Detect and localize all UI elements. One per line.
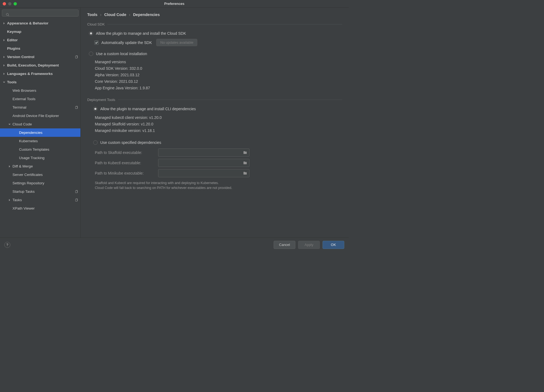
tree-item-languages-frameworks[interactable]: Languages & Frameworks [0,69,80,78]
tree-item-xpath-viewer[interactable]: XPath Viewer [0,204,80,213]
checkbox-auto-update[interactable]: Automatically update the SDK [94,40,152,45]
field-label: Path to Minikube executable: [95,171,153,175]
radio-custom-cli[interactable]: Use custom specified dependencies [93,139,342,146]
chevron-right-icon [3,22,5,25]
tree-item-dependencies[interactable]: Dependencies [0,128,80,137]
tree-item-editor[interactable]: Editor [0,36,80,44]
tree-item-external-tools[interactable]: External Tools [0,95,80,103]
chevron-right-icon: › [100,12,102,17]
chevron-right-icon [3,72,5,75]
tree-item-build-execution-deployment[interactable]: Build, Execution, Deployment [0,61,80,69]
radio-icon[interactable] [89,31,93,36]
breadcrumb: Tools › Cloud Code › Dependencies [87,12,342,17]
path-field-row: Path to Kubectl executable: [95,159,342,167]
tree-item-terminal[interactable]: Terminal [0,103,80,112]
field-label: Path to Skaffold executable: [95,150,153,155]
preferences-tree: Appearance & BehaviorKeymapEditorPlugins… [0,18,80,238]
hint-text: Skaffold and Kubectl are required for in… [95,181,342,190]
tree-item-server-certificates[interactable]: Server Certificates [0,170,80,179]
tree-item-diff-merge[interactable]: Diff & Merge [0,162,80,170]
version-line: Managed kubectl client version: v1.20.0 [95,114,342,121]
tree-item-version-control[interactable]: Version Control [0,53,80,61]
copy-icon [74,198,78,202]
group-title: Cloud SDK [87,22,105,26]
tree-item-cloud-code[interactable]: Cloud Code [0,120,80,128]
version-line: Managed Skaffold version: v1.20.0 [95,121,342,127]
help-button[interactable]: ? [4,242,10,248]
search-input[interactable] [2,10,79,17]
tree-item-label: Languages & Frameworks [7,72,78,76]
tree-item-startup-tasks[interactable]: Startup Tasks [0,187,80,196]
group-header-deployment-tools: Deployment Tools [87,98,342,102]
folder-icon[interactable] [243,150,247,155]
tree-item-kubernetes[interactable]: Kubernetes [0,137,80,145]
tree-item-label: Build, Execution, Deployment [7,63,78,67]
radio-icon[interactable] [89,52,93,56]
tree-item-appearance-behavior[interactable]: Appearance & Behavior [0,19,80,27]
chevron-right-icon: › [129,12,130,17]
radio-icon[interactable] [93,107,98,111]
preferences-sidebar: Appearance & BehaviorKeymapEditorPlugins… [0,8,81,238]
tree-item-settings-repository[interactable]: Settings Repository [0,179,80,187]
tree-item-plugins[interactable]: Plugins [0,44,80,53]
version-line: App Engine Java Version: 1.9.87 [95,85,342,91]
cancel-button[interactable]: Cancel [274,241,295,249]
preferences-content: Tools › Cloud Code › Dependencies Cloud … [81,8,349,238]
copy-icon [74,190,78,194]
copy-icon [74,55,78,59]
tree-item-label: Keymap [7,30,78,34]
tree-item-label: XPath Viewer [12,206,78,210]
managed-versions-title: Managed versions [95,59,342,65]
path-field-row: Path to Skaffold executable: [95,148,342,157]
path-input[interactable] [158,159,249,167]
tree-item-label: External Tools [12,97,78,101]
svg-rect-5 [76,199,77,201]
radio-custom-sdk[interactable]: Use a custom local installation [89,50,342,58]
group-title: Deployment Tools [87,98,115,102]
tree-item-label: Web Browsers [12,88,78,93]
folder-icon[interactable] [243,171,247,175]
chevron-right-icon [8,165,11,168]
tree-item-label: Startup Tasks [12,189,74,194]
checkbox-label: Automatically update the SDK [101,40,152,45]
radio-managed-sdk[interactable]: Allow the plugin to manage and install t… [89,30,342,37]
window-title: Preferences [0,2,349,6]
svg-rect-4 [76,191,77,193]
tree-item-android-device-file-explorer[interactable]: Android Device File Explorer [0,112,80,120]
tree-item-label: Editor [7,38,78,42]
radio-label: Use a custom local installation [96,52,147,56]
tree-item-label: Usage Tracking [19,156,78,160]
svg-rect-3 [76,106,77,109]
copy-icon [74,106,78,109]
tree-item-label: Kubernetes [19,139,78,143]
version-line: Managed minikube version: v1.18.1 [95,127,342,134]
chevron-down-icon [3,81,5,84]
tree-item-label: Diff & Merge [12,164,78,168]
tree-item-label: Dependencies [19,131,78,135]
tree-item-label: Version Control [7,55,74,59]
radio-managed-cli[interactable]: Allow the plugin to manage and install C… [93,105,342,113]
folder-icon[interactable] [243,161,247,165]
tree-item-tasks[interactable]: Tasks [0,196,80,204]
tree-item-label: Server Certificates [12,173,78,177]
breadcrumb-item[interactable]: Tools [87,12,98,17]
tree-item-keymap[interactable]: Keymap [0,27,80,36]
tree-item-web-browsers[interactable]: Web Browsers [0,86,80,95]
tree-item-label: Terminal [12,105,74,109]
field-label: Path to Kubectl executable: [95,161,153,165]
path-input[interactable] [158,148,249,157]
breadcrumb-item[interactable]: Cloud Code [104,12,126,17]
chevron-right-icon [3,39,5,42]
group-header-cloud-sdk: Cloud SDK [87,22,342,26]
checkbox-icon[interactable] [94,40,99,45]
tree-item-custom-templates[interactable]: Custom Templates [0,145,80,154]
tree-item-usage-tracking[interactable]: Usage Tracking [0,154,80,162]
radio-icon[interactable] [93,140,98,145]
radio-label: Allow the plugin to manage and install t… [96,31,186,36]
tree-item-tools[interactable]: Tools [0,78,80,86]
dialog-footer: ? Cancel Apply OK [0,238,349,252]
path-input[interactable] [158,169,249,177]
divider [118,100,342,100]
ok-button[interactable]: OK [323,241,344,249]
tree-item-label: Tools [7,80,78,84]
